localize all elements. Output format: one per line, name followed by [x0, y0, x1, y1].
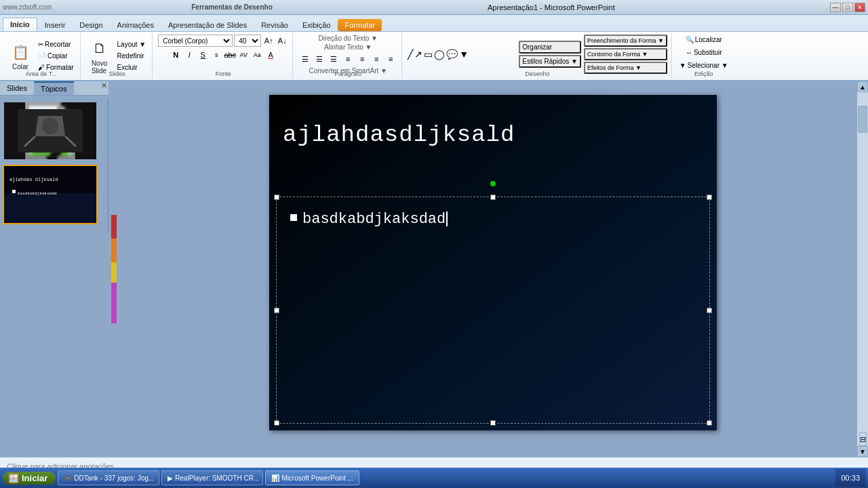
change-case-button[interactable]: Aa	[251, 49, 263, 61]
font-color-button[interactable]: A	[264, 49, 277, 61]
tab-inserir[interactable]: Inserir	[38, 19, 73, 31]
tab-inicio[interactable]: Início	[3, 18, 37, 31]
start-button[interactable]: 🪟 Iniciar	[3, 472, 56, 485]
italic-button[interactable]: I	[183, 49, 195, 61]
clipboard-label: Área de T...	[3, 70, 80, 77]
shape-rect[interactable]: ▭	[424, 49, 433, 60]
align-center-button[interactable]: ≡	[355, 52, 369, 66]
drawing-shapes-row: ╱ ↗ ▭ ◯ 💬 ▼ Organizar Estilos Rápidos ▼ …	[408, 35, 667, 74]
close-button[interactable]: ✕	[854, 3, 865, 12]
tab-formatar[interactable]: Formatar	[338, 19, 382, 31]
ribbon-content: 📋 Colar ✂ Recortar 📄 Copiar 🖌 Formatar Á…	[0, 31, 868, 80]
title-bar: www.zdsoft.com Ferramentas de Desenho Ap…	[0, 0, 868, 15]
layout-button[interactable]: Layout ▼	[115, 39, 149, 49]
shape-more[interactable]: ▼	[459, 49, 469, 60]
paste-button[interactable]: 📋 Colar	[7, 40, 34, 72]
ribbon-tabs: Início Inserir Design Animações Apresent…	[0, 15, 868, 31]
paste-label: Colar	[12, 63, 28, 70]
handle-bottom-mid[interactable]	[490, 420, 496, 426]
organizar-button[interactable]: Organizar	[519, 41, 581, 54]
scroll-down-button[interactable]: ▼	[857, 446, 868, 457]
shape-callout[interactable]: 💬	[446, 49, 458, 60]
slide-thumb-2[interactable]: 2 ajlahdas dljksald basdkabdjkaksdad	[3, 165, 98, 224]
right-scrollbar[interactable]: ▲ ⊟ ▼	[857, 81, 868, 457]
slide-content-box[interactable]: basdkabdjkaksdad	[276, 197, 710, 424]
color-bar-yellow	[111, 262, 117, 283]
handle-mid-right[interactable]	[707, 308, 712, 313]
font-name-row: Corbel (Corpo) 40 A↑ A↓	[158, 35, 288, 47]
tab-slides[interactable]: Slides	[0, 81, 34, 95]
svg-text:ajlahdas dljksald: ajlahdas dljksald	[9, 177, 58, 182]
align-right-button[interactable]: ≡	[370, 52, 383, 66]
font-name-select[interactable]: Corbel (Corpo)	[158, 35, 233, 47]
align-left-button[interactable]: ≡	[341, 52, 355, 66]
shape-line[interactable]: ╱	[408, 49, 413, 60]
char-spacing-button[interactable]: AV	[237, 49, 250, 61]
bullets-button[interactable]: ☰	[298, 52, 312, 66]
font-grow-button[interactable]: A↑	[262, 35, 275, 47]
justify-button[interactable]: ≡	[384, 52, 397, 66]
direction-btn[interactable]: Direção do Texto ▼	[318, 35, 378, 42]
new-slide-button[interactable]: 🗋 NovoSlide	[86, 37, 113, 76]
clipboard-group: 📋 Colar ✂ Recortar 📄 Copiar 🖌 Formatar Á…	[3, 33, 81, 79]
cut-button[interactable]: ✂ Recortar	[36, 39, 76, 49]
bullet-point	[290, 214, 297, 221]
shape-oval[interactable]: ◯	[434, 49, 445, 60]
handle-top-mid[interactable]	[490, 195, 496, 200]
reset-button[interactable]: Redefinir	[115, 51, 149, 61]
editing-label: Edição	[673, 70, 734, 77]
tab-revisao[interactable]: Revisão	[254, 19, 295, 31]
shape-arrow[interactable]: ↗	[414, 49, 422, 60]
svg-point-4	[42, 118, 58, 134]
minimize-button[interactable]: —	[830, 3, 841, 12]
align-text-btn[interactable]: Alinhar Texto ▼	[324, 43, 372, 51]
handle-bottom-right[interactable]	[707, 420, 712, 426]
panel-tabs: Slides Tópicos ✕	[0, 81, 108, 96]
tab-topicos[interactable]: Tópicos	[34, 81, 74, 95]
handle-bottom-left[interactable]	[274, 420, 279, 426]
maximize-button[interactable]: □	[842, 3, 853, 12]
contorno-button[interactable]: Contorno da Forma ▼	[584, 48, 667, 60]
slide-1-preview: Slide 1	[4, 102, 96, 159]
strikethrough-button[interactable]: abc	[224, 49, 236, 61]
replace-button[interactable]: ↔ Substituir	[684, 47, 724, 58]
bold-button[interactable]: N	[170, 49, 182, 61]
list-level-button[interactable]: ☰	[327, 52, 340, 66]
slides-small-btns: Layout ▼ Redefinir Excluir	[115, 39, 149, 73]
tab-animacoes[interactable]: Animações	[111, 19, 161, 31]
watermark: www.zdsoft.com	[3, 3, 52, 11]
panel-close-button[interactable]: ✕	[101, 81, 107, 90]
slide-canvas[interactable]: ajlahdasdljksald basdkabdjkaksdad	[269, 95, 717, 430]
drawing-group: ╱ ↗ ▭ ◯ 💬 ▼ Organizar Estilos Rápidos ▼ …	[403, 33, 672, 79]
slide-2-inner: ajlahdas dljksald basdkabdjkaksdad	[3, 165, 98, 224]
scroll-up-button[interactable]: ▲	[857, 81, 868, 92]
handle-top-left[interactable]	[274, 195, 279, 200]
shadow-button[interactable]: s	[210, 49, 222, 61]
copy-button[interactable]: 📄 Copiar	[36, 51, 76, 61]
split-handle[interactable]: ⊟	[859, 432, 867, 446]
toolbar-tools-label: Ferramentas de Desenho	[191, 3, 273, 11]
titlebar-controls: — □ ✕	[830, 3, 865, 12]
handle-mid-left[interactable]	[274, 308, 279, 313]
underline-button[interactable]: S	[197, 49, 209, 61]
numbering-button[interactable]: ☰	[313, 52, 326, 66]
paragraph-row1: Direção do Texto ▼	[318, 35, 378, 42]
rotate-handle[interactable]	[490, 181, 496, 186]
estilos-button[interactable]: Estilos Rápidos ▼	[519, 55, 581, 68]
font-size-select[interactable]: 40	[234, 35, 261, 47]
select-button[interactable]: ▼ Selecionar ▼	[677, 60, 730, 70]
preenchimento-button[interactable]: Preenchimento da Forma ▼	[584, 35, 667, 47]
taskbar-item-realplayer[interactable]: ▶ RealPlayer: SMOOTH CR...	[161, 470, 263, 485]
paragraph-label: Parágrafo	[294, 70, 401, 77]
font-shrink-button[interactable]: A↓	[276, 35, 288, 47]
tab-apresentacao[interactable]: Apresentação de Slides	[161, 19, 254, 31]
taskbar-item-ddtank[interactable]: 🎮 DDTank - 337 jogos: Jog...	[58, 470, 159, 485]
handle-top-right[interactable]	[707, 195, 712, 200]
tab-exibicao[interactable]: Exibição	[296, 19, 338, 31]
taskbar-item-powerpoint[interactable]: 📊 Microsoft PowerPoint ...	[265, 470, 359, 485]
slide-work-area[interactable]: ajlahdasdljksald basdkabdjkaksdad	[108, 81, 857, 457]
tab-design[interactable]: Design	[73, 19, 109, 31]
slide-thumb-1[interactable]: 1 Slide 1	[3, 101, 98, 161]
scroll-thumb[interactable]	[858, 106, 867, 133]
find-button[interactable]: 🔍 Localizar	[684, 35, 724, 45]
